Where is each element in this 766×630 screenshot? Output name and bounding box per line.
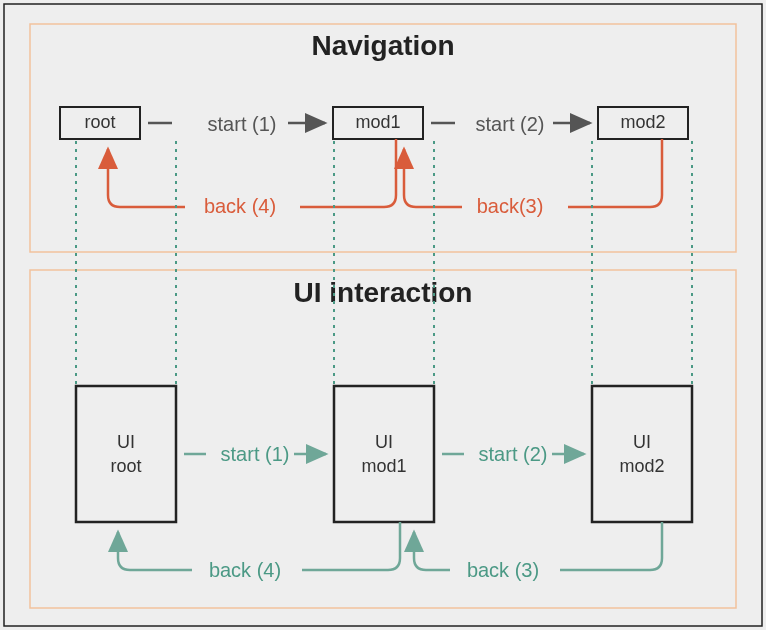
ui-back4-label: back (4)	[209, 559, 281, 581]
nav-node-mod1-label: mod1	[355, 112, 400, 132]
nav-back4-label: back (4)	[204, 195, 276, 217]
nav-back3-label: back(3)	[477, 195, 544, 217]
ui-mod1-l1: UI	[375, 432, 393, 452]
nav-title: Navigation	[311, 30, 454, 61]
ui-root-l1: UI	[117, 432, 135, 452]
nav-node-root-label: root	[84, 112, 115, 132]
ui-start1-label: start (1)	[221, 443, 290, 465]
ui-root-l2: root	[110, 456, 141, 476]
nav-arrow-back4-seg2	[108, 149, 185, 207]
nav-start1-label: start (1)	[208, 113, 277, 135]
nav-arrow-back3-seg1	[568, 139, 662, 207]
ui-title: UI interaction	[294, 277, 473, 308]
ui-arrow-back3-seg2	[414, 532, 450, 570]
diagram: Navigation root mod1 mod2 start (1) star…	[0, 0, 766, 630]
ui-arrow-back4-seg1	[302, 522, 400, 570]
ui-node-root	[76, 386, 176, 522]
ui-node-mod2	[592, 386, 692, 522]
nav-arrow-back4-seg1	[300, 139, 396, 207]
nav-start2-label: start (2)	[476, 113, 545, 135]
ui-back3-label: back (3)	[467, 559, 539, 581]
ui-mod2-l2: mod2	[619, 456, 664, 476]
ui-mod1-l2: mod1	[361, 456, 406, 476]
nav-node-mod2-label: mod2	[620, 112, 665, 132]
ui-node-mod1	[334, 386, 434, 522]
ui-mod2-l1: UI	[633, 432, 651, 452]
ui-start2-label: start (2)	[479, 443, 548, 465]
ui-arrow-back3-seg1	[560, 522, 662, 570]
ui-arrow-back4-seg2	[118, 532, 192, 570]
